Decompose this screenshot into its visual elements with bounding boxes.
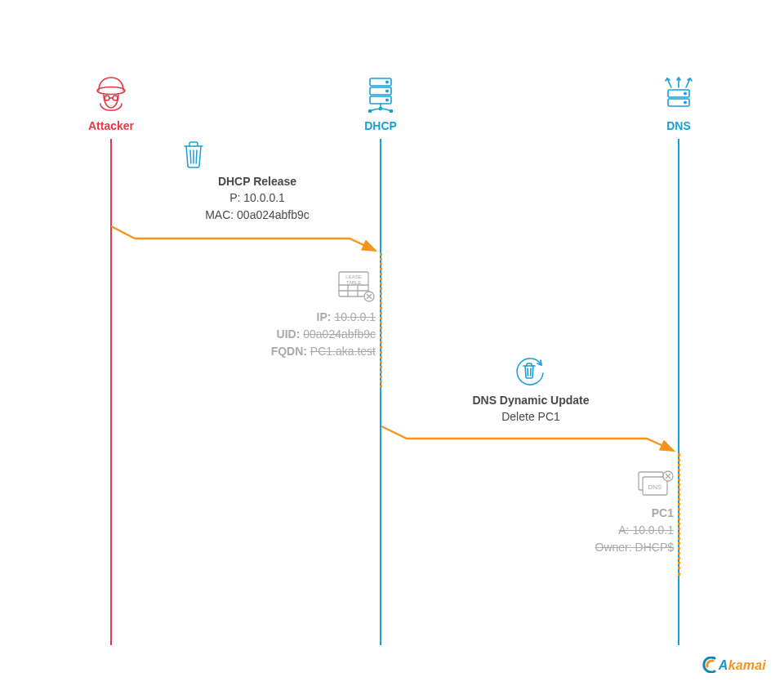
actor-dhcp-label: DHCP — [362, 119, 399, 132]
dns-rec-a: A: 10.0.0.1 — [551, 522, 674, 539]
msg1-ip: P: 10.0.0.1 — [122, 189, 392, 206]
server-icon — [362, 74, 399, 114]
svg-point-12 — [380, 108, 382, 110]
attacker-icon — [92, 74, 130, 114]
msg1-title: DHCP Release — [122, 173, 392, 189]
diagram-stage: Attacker DHCP — [0, 0, 784, 686]
svg-text:DNS: DNS — [648, 483, 662, 491]
dns-rec-owner: Owner: DHCP$ — [551, 539, 674, 556]
message-dhcp-release: DHCP Release P: 10.0.0.1 MAC: 00a024abfb… — [122, 173, 392, 223]
actor-dhcp: DHCP — [362, 74, 399, 132]
svg-point-1 — [105, 96, 109, 100]
msg2-line1: Delete PC1 — [392, 408, 670, 425]
svg-text:LEASE: LEASE — [345, 274, 361, 279]
lifeline-attacker — [110, 139, 112, 645]
dns-record-entries: PC1 A: 10.0.0.1 Owner: DHCP$ — [551, 505, 674, 556]
lease-ip-row: IP: 10.0.0.1 — [271, 309, 376, 326]
svg-point-13 — [390, 110, 393, 113]
svg-point-11 — [369, 110, 372, 113]
svg-point-16 — [684, 92, 686, 94]
activation-dhcp — [380, 253, 382, 388]
actor-attacker: Attacker — [88, 74, 134, 132]
brand-logo: Akamai — [702, 657, 766, 673]
activation-dns — [678, 453, 680, 576]
dns-icon — [660, 74, 697, 114]
svg-point-7 — [386, 81, 388, 82]
svg-text:TABLE: TABLE — [346, 280, 362, 285]
actor-dns-label: DNS — [660, 119, 697, 132]
lease-table-entries: IP: 10.0.0.1 UID: 00a024abfb9c FQDN: PC1… — [271, 309, 376, 360]
dns-rec-host: PC1 — [551, 505, 674, 522]
lease-table-icon: LEASE TABLE — [336, 270, 377, 304]
svg-point-0 — [97, 87, 125, 95]
svg-line-18 — [190, 150, 191, 163]
svg-point-9 — [386, 99, 388, 100]
actor-dns: DNS — [660, 74, 697, 132]
svg-point-8 — [386, 90, 388, 91]
actor-attacker-label: Attacker — [88, 119, 134, 132]
brand-text: kamai — [728, 658, 766, 672]
lease-fqdn-row: FQDN: PC1.aka.test — [271, 343, 376, 360]
refresh-trash-icon — [510, 351, 548, 389]
msg2-title: DNS Dynamic Update — [392, 392, 670, 408]
msg1-mac: MAC: 00a024abfb9c — [122, 207, 392, 223]
dns-record-icon: DNS — [635, 467, 675, 500]
trash-icon — [180, 139, 207, 170]
lease-uid-row: UID: 00a024abfb9c — [271, 326, 376, 343]
svg-point-17 — [684, 101, 686, 103]
brand-swoosh-icon — [702, 657, 719, 673]
svg-point-2 — [113, 96, 118, 100]
message-dns-update: DNS Dynamic Update Delete PC1 — [392, 392, 670, 425]
svg-line-20 — [196, 150, 197, 163]
